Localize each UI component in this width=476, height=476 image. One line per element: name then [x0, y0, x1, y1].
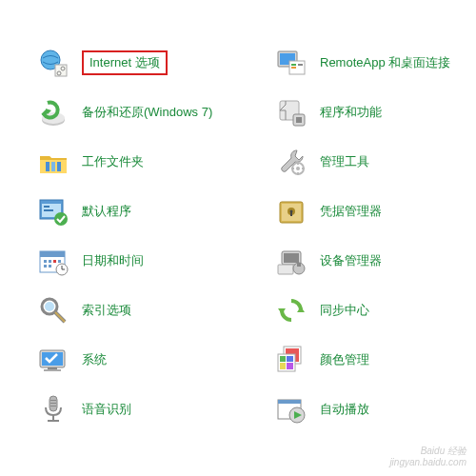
- svg-rect-32: [48, 367, 57, 369]
- svg-rect-18: [49, 260, 51, 263]
- svg-rect-61: [284, 253, 299, 263]
- svg-rect-22: [49, 265, 51, 268]
- item-label: 管理工具: [320, 153, 369, 170]
- svg-rect-16: [40, 251, 65, 257]
- color-management-icon: [276, 345, 307, 375]
- svg-rect-70: [280, 356, 286, 362]
- item-label: 设备管理器: [320, 252, 382, 269]
- item-label: 凭据管理器: [320, 203, 382, 220]
- item-programs-features[interactable]: 程序和功能: [276, 88, 476, 137]
- date-time-icon: [38, 246, 69, 276]
- item-label: 默认程序: [82, 203, 131, 220]
- remoteapp-icon: [276, 48, 307, 78]
- svg-rect-37: [50, 406, 56, 407]
- item-label: 颜色管理: [320, 351, 369, 368]
- item-label: 程序和功能: [320, 104, 382, 121]
- item-indexing-options[interactable]: 索引选项: [38, 286, 276, 335]
- item-label: 同步中心: [320, 302, 369, 319]
- item-label: 索引选项: [82, 302, 131, 319]
- svg-rect-9: [57, 162, 61, 171]
- svg-rect-20: [58, 260, 61, 263]
- svg-rect-43: [291, 64, 296, 66]
- svg-rect-13: [44, 209, 53, 211]
- svg-rect-45: [298, 64, 303, 66]
- programs-features-icon: [276, 97, 307, 128]
- item-device-manager[interactable]: 设备管理器: [276, 236, 476, 286]
- system-icon: [38, 345, 69, 375]
- indexing-options-icon: [38, 295, 69, 326]
- svg-rect-53: [291, 168, 294, 169]
- svg-rect-35: [50, 400, 56, 401]
- item-label: 语音识别: [82, 401, 131, 418]
- watermark: Baidu 经验 jingyan.baidu.com: [389, 446, 466, 468]
- svg-rect-59: [290, 211, 292, 216]
- control-panel-grid: Internet 选项 备份和还原(Windows 7) 工作文件夹 默认程序: [0, 0, 476, 434]
- item-speech-recognition[interactable]: 语音识别: [38, 385, 276, 434]
- sync-center-icon: [276, 295, 307, 326]
- svg-rect-54: [302, 168, 305, 169]
- svg-marker-65: [297, 307, 305, 312]
- column-right: RemoteApp 和桌面连接 程序和功能 管理工具 凭据管理器 设备管理器: [276, 38, 476, 434]
- speech-recognition-icon: [38, 394, 69, 425]
- item-color-management[interactable]: 颜色管理: [276, 335, 476, 385]
- item-internet-options[interactable]: Internet 选项: [38, 38, 276, 88]
- svg-point-27: [45, 302, 54, 311]
- item-sync-center[interactable]: 同步中心: [276, 286, 476, 335]
- credential-manager-icon: [276, 196, 307, 227]
- watermark-brand: Baidu 经验: [389, 446, 466, 457]
- item-work-folders[interactable]: 工作文件夹: [38, 137, 276, 187]
- svg-marker-66: [278, 308, 286, 314]
- svg-rect-71: [287, 356, 293, 362]
- svg-point-14: [54, 212, 68, 226]
- item-label: 系统: [82, 351, 107, 368]
- item-label: RemoteApp 和桌面连接: [320, 54, 450, 71]
- svg-line-29: [55, 312, 65, 322]
- svg-rect-33: [44, 369, 61, 371]
- svg-rect-52: [297, 172, 299, 175]
- svg-rect-19: [53, 260, 56, 263]
- svg-rect-72: [280, 363, 286, 369]
- svg-rect-8: [51, 162, 55, 171]
- svg-rect-73: [287, 363, 293, 369]
- item-system[interactable]: 系统: [38, 335, 276, 385]
- autoplay-icon: [276, 394, 307, 425]
- column-left: Internet 选项 备份和还原(Windows 7) 工作文件夹 默认程序: [38, 38, 276, 434]
- backup-restore-icon: [38, 97, 69, 128]
- item-admin-tools[interactable]: 管理工具: [276, 137, 476, 187]
- item-backup-restore[interactable]: 备份和还原(Windows 7): [38, 88, 276, 137]
- work-folders-icon: [38, 147, 69, 177]
- svg-rect-7: [46, 162, 50, 171]
- item-label: 工作文件夹: [82, 153, 144, 170]
- svg-rect-48: [296, 117, 302, 123]
- item-default-programs[interactable]: 默认程序: [38, 187, 276, 236]
- svg-rect-75: [278, 400, 301, 404]
- admin-tools-icon: [276, 147, 307, 177]
- svg-rect-36: [50, 403, 56, 404]
- watermark-url: jingyan.baidu.com: [389, 457, 466, 468]
- item-label: 自动播放: [320, 401, 369, 418]
- item-label: 日期和时间: [82, 252, 144, 269]
- internet-options-icon: [38, 48, 69, 78]
- svg-rect-64: [297, 263, 301, 267]
- svg-rect-51: [297, 162, 299, 165]
- device-manager-icon: [276, 246, 307, 276]
- svg-rect-17: [44, 260, 47, 263]
- default-programs-icon: [38, 196, 69, 227]
- item-date-time[interactable]: 日期和时间: [38, 236, 276, 286]
- item-remoteapp[interactable]: RemoteApp 和桌面连接: [276, 38, 476, 88]
- svg-rect-12: [44, 206, 50, 208]
- item-autoplay[interactable]: 自动播放: [276, 385, 476, 434]
- svg-rect-62: [278, 265, 293, 274]
- item-label: 备份和还原(Windows 7): [82, 104, 212, 121]
- svg-point-50: [296, 167, 300, 170]
- svg-rect-44: [291, 67, 296, 69]
- item-credential-manager[interactable]: 凭据管理器: [276, 187, 476, 236]
- svg-rect-21: [44, 265, 47, 268]
- item-label: Internet 选项: [82, 50, 168, 75]
